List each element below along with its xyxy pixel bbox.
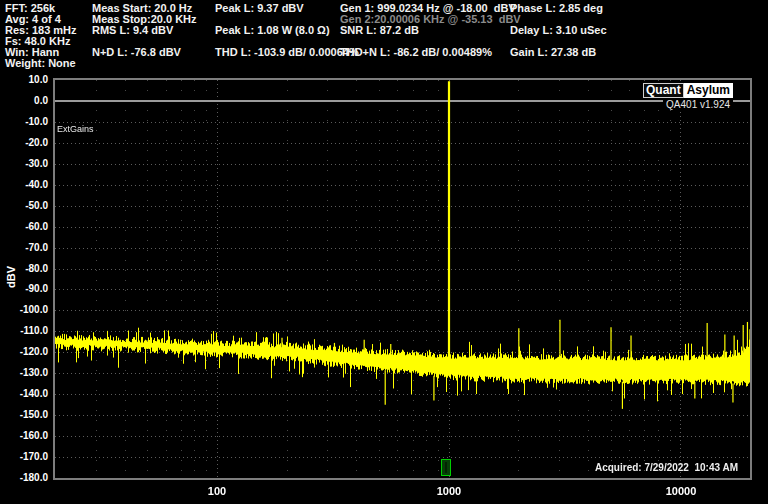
y-tick-label: -170.0: [0, 451, 48, 463]
x-tick-100: 100: [177, 485, 257, 497]
y-tick-label: 0.0: [0, 95, 48, 107]
version-label: QA401 v1.924: [663, 99, 733, 110]
y-tick-label: 10.0: [0, 74, 48, 86]
y-tick-label: -160.0: [0, 430, 48, 442]
brand-asylum-label: Asylum: [684, 83, 733, 98]
y-tick-label: -40.0: [0, 179, 48, 191]
extgains-label: ExtGains: [57, 124, 94, 134]
spectrum-plot[interactable]: [53, 78, 752, 480]
y-axis-unit-label: dBV: [5, 262, 17, 292]
acquired-timestamp: Acquired: 7/29/2022 10:43 AM: [595, 462, 738, 473]
readout-thd: THD L: -103.9 dB/ 0.00064%: [215, 47, 359, 58]
readout-rms: RMS L: 9.4 dBV: [92, 25, 173, 36]
y-tick-label: -70.0: [0, 242, 48, 254]
readout-thdn: THD+N L: -86.2 dB/ 0.00489%: [340, 47, 492, 58]
y-tick-label: -140.0: [0, 388, 48, 400]
y-tick-label: -50.0: [0, 200, 48, 212]
readout-weight: Weight: None: [5, 58, 76, 69]
y-tick-label: -150.0: [0, 409, 48, 421]
y-tick-label: -130.0: [0, 367, 48, 379]
readout-phase: Phase L: 2.85 deg: [510, 3, 603, 14]
y-tick-label: -60.0: [0, 221, 48, 233]
readout-gain: Gain L: 27.38 dB: [510, 47, 596, 58]
readout-delay: Delay L: 3.10 uSec: [510, 25, 607, 36]
y-tick-label: -110.0: [0, 325, 48, 337]
readout-nd: N+D L: -76.8 dBV: [92, 47, 181, 58]
y-tick-label: -120.0: [0, 346, 48, 358]
spectrum-canvas[interactable]: [55, 80, 750, 478]
readout-peak-dbv: Peak L: 9.37 dBV: [215, 3, 304, 14]
y-tick-label: -30.0: [0, 158, 48, 170]
gen1-frequency-marker: [441, 459, 451, 476]
quantasylum-logo: Quant Asylum: [643, 83, 733, 98]
x-tick-1000: 1000: [409, 485, 489, 497]
y-tick-label: -10.0: [0, 116, 48, 128]
y-tick-label: -100.0: [0, 304, 48, 316]
readout-snr: SNR L: 87.2 dB: [340, 25, 419, 36]
readout-peak-watts: Peak L: 1.08 W (8.0 Ω): [215, 25, 330, 36]
x-tick-10000: 10000: [641, 485, 721, 497]
y-tick-label: -20.0: [0, 137, 48, 149]
y-tick-label: -180.0: [0, 472, 48, 484]
brand-quant-label: Quant: [643, 83, 684, 98]
